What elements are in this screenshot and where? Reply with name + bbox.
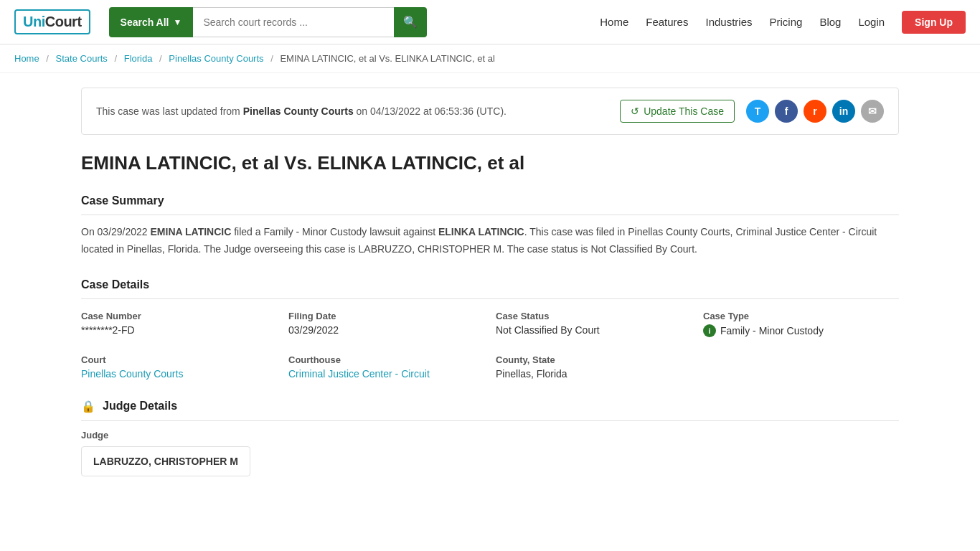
case-summary-section: Case Summary On 03/29/2022 EMINA LATINCI… xyxy=(81,194,899,258)
judge-section-label: Judge Details xyxy=(103,400,177,413)
case-status-label: Case Status xyxy=(496,311,692,321)
case-status-value: Not Classified By Court xyxy=(496,324,692,336)
breadcrumb-florida[interactable]: Florida xyxy=(124,53,153,64)
county-state-value: Pinellas, Florida xyxy=(496,368,692,380)
defendant-name: ELINKA LATINCIC xyxy=(438,226,524,237)
detail-filing-date: Filing Date 03/29/2022 xyxy=(288,311,484,337)
case-number-label: Case Number xyxy=(81,311,277,321)
detail-courthouse: Courthouse Criminal Justice Center - Cir… xyxy=(288,354,484,380)
case-type-text: Family - Minor Custody xyxy=(720,325,824,336)
update-right: ↺ Update This Case T f r in ✉ xyxy=(620,100,884,123)
breadcrumb: Home / State Courts / Florida / Pinellas… xyxy=(0,44,980,73)
plaintiff-name: EMINA LATINCIC xyxy=(151,226,232,237)
lock-icon: 🔒 xyxy=(81,400,95,413)
judge-section: 🔒 Judge Details Judge LABRUZZO, CHRISTOP… xyxy=(81,400,899,476)
share-reddit-icon[interactable]: r xyxy=(804,100,826,123)
share-twitter-icon[interactable]: T xyxy=(746,100,769,123)
details-grid: Case Number ********2-FD Filing Date 03/… xyxy=(81,311,899,380)
main-content: This case was last updated from Pinellas… xyxy=(67,73,913,511)
judge-section-heading: 🔒 Judge Details xyxy=(81,400,899,421)
detail-county-state: County, State Pinellas, Florida xyxy=(496,354,692,380)
case-summary-text: On 03/29/2022 EMINA LATINCIC filed a Fam… xyxy=(81,224,899,258)
update-text-prefix: This case was last updated from xyxy=(96,105,240,117)
nav-pricing[interactable]: Pricing xyxy=(770,16,803,28)
court-link[interactable]: Pinellas County Courts xyxy=(81,368,183,380)
chevron-down-icon: ▼ xyxy=(174,17,182,27)
judge-name-box: LABRUZZO, CHRISTOPHER M xyxy=(81,446,250,476)
nav-login[interactable]: Login xyxy=(858,16,885,28)
update-court-name: Pinellas County Courts xyxy=(243,105,354,117)
case-type-icon: i xyxy=(703,324,716,337)
breadcrumb-home[interactable]: Home xyxy=(14,53,39,64)
refresh-icon: ↺ xyxy=(631,105,639,117)
detail-case-number: Case Number ********2-FD xyxy=(81,311,277,337)
case-type-value: i Family - Minor Custody xyxy=(703,324,899,337)
logo[interactable]: UniCourt xyxy=(14,9,90,34)
case-type-label: Case Type xyxy=(703,311,899,321)
share-facebook-icon[interactable]: f xyxy=(775,100,798,123)
search-icon: 🔍 xyxy=(403,15,418,29)
update-case-label: Update This Case xyxy=(644,105,724,117)
filing-date-value: 03/29/2022 xyxy=(288,324,484,336)
header: UniCourt Search All ▼ 🔍 Home Features In… xyxy=(0,0,980,44)
breadcrumb-current: EMINA LATINCIC, et al Vs. ELINKA LATINCI… xyxy=(280,53,494,64)
case-summary-heading: Case Summary xyxy=(81,194,899,215)
search-all-label: Search All xyxy=(121,17,169,28)
nav-features[interactable]: Features xyxy=(646,16,688,28)
court-label: Court xyxy=(81,354,277,365)
nav: Home Features Industries Pricing Blog Lo… xyxy=(600,11,966,34)
update-date: on 04/13/2022 at 06:53:36 (UTC). xyxy=(357,105,507,117)
case-title: EMINA LATINCIC, et al Vs. ELINKA LATINCI… xyxy=(81,152,899,174)
nav-home[interactable]: Home xyxy=(600,16,628,28)
search-all-button[interactable]: Search All ▼ xyxy=(109,7,194,37)
search-input[interactable] xyxy=(193,7,394,37)
update-text: This case was last updated from Pinellas… xyxy=(96,105,507,117)
breadcrumb-sep-4: / xyxy=(270,53,273,64)
share-email-icon[interactable]: ✉ xyxy=(861,100,884,123)
share-icons: T f r in ✉ xyxy=(746,100,884,123)
summary-text-1: On 03/29/2022 xyxy=(81,226,151,237)
breadcrumb-sep-2: / xyxy=(114,53,117,64)
share-linkedin-icon[interactable]: in xyxy=(832,100,855,123)
case-details-heading: Case Details xyxy=(81,278,899,299)
signup-button[interactable]: Sign Up xyxy=(902,11,966,34)
nav-industries[interactable]: Industries xyxy=(705,16,752,28)
judge-label: Judge xyxy=(81,430,899,441)
courthouse-label: Courthouse xyxy=(288,354,484,365)
breadcrumb-sep-1: / xyxy=(46,53,49,64)
breadcrumb-pinellas-courts[interactable]: Pinellas County Courts xyxy=(169,53,263,64)
nav-blog[interactable]: Blog xyxy=(819,16,841,28)
county-state-label: County, State xyxy=(496,354,692,365)
breadcrumb-state-courts[interactable]: State Courts xyxy=(56,53,108,64)
detail-court: Court Pinellas County Courts xyxy=(81,354,277,380)
courthouse-link[interactable]: Criminal Justice Center - Circuit xyxy=(288,368,430,380)
summary-text-2: filed a Family - Minor Custody lawsuit a… xyxy=(231,226,438,237)
case-details-section: Case Details Case Number ********2-FD Fi… xyxy=(81,278,899,380)
case-number-value: ********2-FD xyxy=(81,324,277,336)
search-area: Search All ▼ 🔍 xyxy=(109,7,428,37)
courthouse-value: Criminal Justice Center - Circuit xyxy=(288,368,484,380)
update-case-button[interactable]: ↺ Update This Case xyxy=(620,100,735,123)
detail-case-type: Case Type i Family - Minor Custody xyxy=(703,311,899,337)
detail-case-status: Case Status Not Classified By Court xyxy=(496,311,692,337)
filing-date-label: Filing Date xyxy=(288,311,484,321)
court-value: Pinellas County Courts xyxy=(81,368,277,380)
breadcrumb-sep-3: / xyxy=(159,53,162,64)
update-banner: This case was last updated from Pinellas… xyxy=(81,88,899,135)
search-button[interactable]: 🔍 xyxy=(394,7,427,37)
